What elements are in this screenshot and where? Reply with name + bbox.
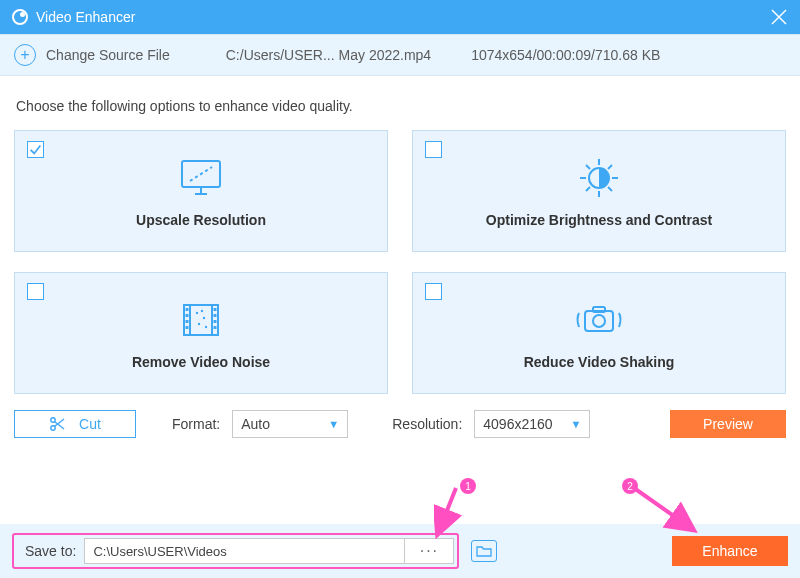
source-path: C:/Users/USER... May 2022.mp4 (226, 47, 431, 63)
save-path-input[interactable]: C:\Users\USER\Videos (84, 538, 404, 564)
cut-button[interactable]: Cut (14, 410, 136, 438)
svg-point-33 (593, 315, 605, 327)
preview-button[interactable]: Preview (670, 410, 786, 438)
title-bar: Video Enhancer (0, 0, 800, 34)
format-select[interactable]: Auto ▼ (232, 410, 348, 438)
save-path-value: C:\Users\USER\Videos (93, 544, 226, 559)
annotation-badge-1: 1 (460, 478, 476, 494)
svg-line-12 (608, 187, 612, 191)
preview-label: Preview (703, 416, 753, 432)
svg-line-11 (586, 165, 590, 169)
source-meta: 1074x654/00:00:09/710.68 KB (471, 47, 660, 63)
option-label: Optimize Brightness and Contrast (486, 212, 712, 228)
svg-point-28 (198, 323, 200, 325)
ellipsis-icon: ··· (420, 542, 439, 560)
option-reduce-shaking[interactable]: Reduce Video Shaking (412, 272, 786, 394)
option-label: Upscale Resolution (136, 212, 266, 228)
format-label: Format: (172, 416, 220, 432)
resolution-value: 4096x2160 (483, 416, 552, 432)
svg-rect-25 (214, 326, 217, 329)
film-icon (176, 296, 226, 344)
enhance-button[interactable]: Enhance (672, 536, 788, 566)
sun-icon (574, 154, 624, 202)
resolution-select[interactable]: 4096x2160 ▼ (474, 410, 590, 438)
svg-point-30 (201, 310, 203, 312)
open-folder-button[interactable] (471, 540, 497, 562)
close-button[interactable] (770, 8, 788, 26)
add-source-icon[interactable]: + (14, 44, 36, 66)
svg-line-14 (586, 187, 590, 191)
caret-down-icon: ▼ (328, 418, 339, 430)
save-bar: Save to: C:\Users\USER\Videos ··· Enhanc… (0, 524, 800, 578)
svg-line-38 (440, 488, 456, 528)
checkbox-upscale[interactable] (27, 141, 44, 158)
change-source-button[interactable]: Change Source File (46, 47, 170, 63)
app-logo-icon (12, 9, 28, 25)
svg-line-39 (634, 488, 688, 526)
cut-label: Cut (79, 416, 101, 432)
instruction-text: Choose the following options to enhance … (0, 76, 800, 130)
option-label: Reduce Video Shaking (524, 354, 675, 370)
camera-shake-icon (571, 296, 627, 344)
folder-icon (476, 545, 492, 557)
svg-rect-22 (214, 308, 217, 311)
svg-rect-21 (186, 326, 189, 329)
annotation-badge-2: 2 (622, 478, 638, 494)
option-label: Remove Video Noise (132, 354, 270, 370)
option-upscale-resolution[interactable]: Upscale Resolution (14, 130, 388, 252)
monitor-icon (176, 154, 226, 202)
svg-rect-23 (214, 314, 217, 317)
svg-rect-24 (214, 320, 217, 323)
checkbox-brightness[interactable] (425, 141, 442, 158)
svg-rect-19 (186, 314, 189, 317)
option-remove-noise[interactable]: Remove Video Noise (14, 272, 388, 394)
save-group-highlight: Save to: C:\Users\USER\Videos ··· (12, 533, 459, 569)
options-grid: Upscale Resolution Optimize Brightness a… (0, 130, 800, 394)
browse-button[interactable]: ··· (404, 538, 454, 564)
controls-row: Cut Format: Auto ▼ Resolution: 4096x2160… (0, 394, 800, 438)
svg-point-26 (196, 312, 198, 314)
svg-rect-18 (186, 308, 189, 311)
scissors-icon (49, 416, 65, 432)
source-bar: + Change Source File C:/Users/USER... Ma… (0, 34, 800, 76)
svg-line-13 (608, 165, 612, 169)
svg-rect-32 (593, 307, 605, 312)
svg-point-29 (205, 326, 207, 328)
svg-line-3 (190, 167, 212, 181)
checkbox-shaking[interactable] (425, 283, 442, 300)
save-to-label: Save to: (17, 543, 84, 559)
app-title: Video Enhancer (36, 9, 135, 25)
resolution-label: Resolution: (392, 416, 462, 432)
enhance-label: Enhance (702, 543, 757, 559)
option-brightness-contrast[interactable]: Optimize Brightness and Contrast (412, 130, 786, 252)
checkbox-noise[interactable] (27, 283, 44, 300)
format-value: Auto (241, 416, 270, 432)
svg-rect-20 (186, 320, 189, 323)
svg-point-27 (203, 317, 205, 319)
caret-down-icon: ▼ (570, 418, 581, 430)
